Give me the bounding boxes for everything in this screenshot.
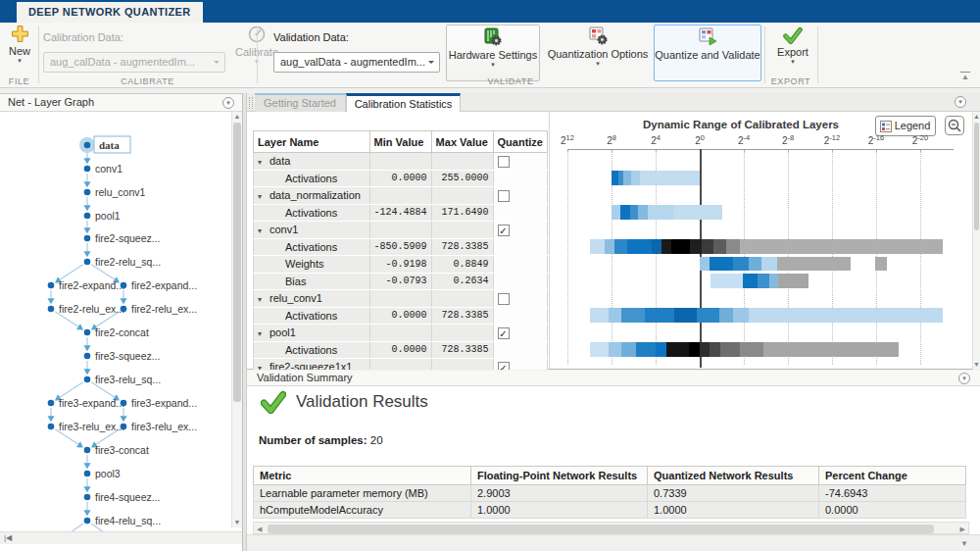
- range-bar-segment[interactable]: [875, 257, 887, 272]
- range-bar-segment[interactable]: [673, 205, 722, 220]
- range-bar-segment[interactable]: [662, 239, 671, 254]
- range-bar-segment[interactable]: [623, 171, 631, 185]
- graph-node[interactable]: [84, 494, 91, 501]
- quantize-checkbox[interactable]: ✓: [498, 225, 510, 236]
- graph-node[interactable]: [121, 282, 127, 289]
- range-bar-segment[interactable]: [621, 308, 645, 323]
- range-bar-segment[interactable]: [702, 239, 712, 254]
- graph-node[interactable]: [121, 424, 127, 430]
- range-bar-segment[interactable]: [656, 342, 666, 357]
- table-row[interactable]: hComputeModelAccuracy1.00001.00000.0000: [254, 502, 966, 519]
- panel-options-icon[interactable]: ▾: [222, 97, 234, 109]
- col-layer-name[interactable]: Layer Name: [254, 131, 370, 153]
- range-bar-segment[interactable]: [743, 274, 758, 288]
- range-bar-segment[interactable]: [630, 205, 638, 220]
- range-bar-segment[interactable]: [645, 308, 674, 323]
- table-row[interactable]: ▾data_normalization: [254, 187, 548, 205]
- range-bar-segment[interactable]: [666, 342, 689, 357]
- range-bar-segment[interactable]: [627, 239, 652, 254]
- table-row[interactable]: Activations0.0000255.0000: [254, 170, 548, 187]
- range-bar-segment[interactable]: [614, 239, 626, 254]
- range-bar-segment[interactable]: [778, 274, 809, 288]
- expander-icon[interactable]: ▾: [258, 295, 270, 304]
- table-row[interactable]: Activations-124.4884171.6490: [254, 204, 548, 222]
- range-bar-segment[interactable]: [652, 239, 662, 254]
- table-row[interactable]: ▾fire2-squeeze1x1✓: [254, 359, 548, 371]
- validation-hscrollbar[interactable]: ◀ ▶: [253, 522, 969, 534]
- graph-node[interactable]: [84, 353, 91, 360]
- new-button[interactable]: New ▾: [2, 25, 37, 76]
- range-bar-segment[interactable]: [749, 257, 762, 272]
- graph-node[interactable]: [84, 518, 91, 525]
- range-bar-segment[interactable]: [612, 205, 620, 220]
- range-bar-segment[interactable]: [631, 171, 640, 185]
- graph-node[interactable]: [84, 376, 91, 383]
- scroll-down-icon[interactable]: ▼: [960, 539, 968, 548]
- panel-options-icon[interactable]: ▾: [958, 373, 970, 384]
- col-max-value[interactable]: Max Value: [431, 131, 493, 153]
- val-col-header[interactable]: Floating-Point Network Results: [471, 467, 648, 485]
- range-bar-segment[interactable]: [674, 308, 697, 323]
- val-col-header[interactable]: Percent Change: [819, 467, 966, 485]
- quantization-options-button[interactable]: Quantization Options ▾: [546, 25, 650, 76]
- layer-graph-canvas[interactable]: dataconv1relu_conv1pool1fire2-squeez...f…: [0, 112, 231, 531]
- graph-node[interactable]: [84, 142, 91, 149]
- range-bar-segment[interactable]: [697, 308, 720, 323]
- collapse-toolstrip-button[interactable]: ▲: [960, 72, 970, 81]
- graph-node[interactable]: [84, 329, 91, 336]
- range-bar-segment[interactable]: [621, 342, 636, 357]
- range-bar-segment[interactable]: [763, 342, 898, 357]
- range-bar-segment[interactable]: [620, 205, 630, 220]
- tab-calibration-statistics[interactable]: Calibration Statistics: [346, 93, 461, 112]
- layer-graph-vscrollbar[interactable]: ▲ ▼: [231, 112, 242, 527]
- range-bar-segment[interactable]: [710, 257, 733, 272]
- tab-getting-started[interactable]: Getting Started: [255, 93, 346, 112]
- graph-node[interactable]: [121, 306, 127, 313]
- range-bar-segment[interactable]: [769, 274, 778, 288]
- col-min-value[interactable]: Min Value: [369, 131, 431, 153]
- range-bar-segment[interactable]: [590, 239, 606, 254]
- range-bar-segment[interactable]: [636, 342, 656, 357]
- range-bar-segment[interactable]: [713, 239, 727, 254]
- scroll-right-icon[interactable]: ▶: [960, 524, 965, 534]
- scroll-left-icon[interactable]: ◀: [257, 524, 262, 534]
- range-bar-segment[interactable]: [690, 239, 702, 254]
- range-bar-segment[interactable]: [710, 274, 743, 288]
- graph-node[interactable]: [48, 282, 55, 289]
- table-row[interactable]: Activations0.0000728.3385: [254, 341, 548, 359]
- quantize-checkbox[interactable]: ✓: [498, 362, 510, 370]
- range-bar-segment[interactable]: [733, 308, 749, 323]
- quantize-and-validate-button[interactable]: Quantize and Validate: [654, 25, 761, 81]
- scrollbar-thumb[interactable]: [268, 525, 934, 533]
- zoom-out-button[interactable]: [945, 116, 964, 135]
- range-bar-segment[interactable]: [740, 239, 943, 254]
- range-bar-segment[interactable]: [590, 308, 609, 323]
- expander-icon[interactable]: ▾: [258, 158, 270, 167]
- graph-node[interactable]: [84, 259, 91, 266]
- layer-graph-hscrollbar[interactable]: |◀: [0, 531, 242, 544]
- panel-options-icon[interactable]: ▾: [955, 96, 966, 108]
- graph-node[interactable]: [84, 213, 91, 220]
- calibration-data-combo[interactable]: aug_calData - augmentedIm...: [43, 52, 225, 73]
- graph-node[interactable]: [84, 447, 91, 454]
- table-row[interactable]: ▾conv1✓: [254, 222, 548, 239]
- range-bar-segment[interactable]: [710, 342, 720, 357]
- quantize-checkbox[interactable]: [498, 190, 510, 202]
- range-bar-segment[interactable]: [740, 342, 764, 357]
- expander-icon[interactable]: ▾: [258, 226, 270, 235]
- table-row[interactable]: ▾pool1✓: [254, 325, 548, 342]
- table-row[interactable]: Bias-0.07930.2634: [254, 273, 548, 290]
- graph-node[interactable]: [48, 424, 55, 430]
- range-bar-segment[interactable]: [777, 257, 851, 272]
- hardware-settings-button[interactable]: Hardware Settings ▾: [446, 25, 540, 81]
- graph-node[interactable]: [84, 166, 91, 173]
- range-bar-segment[interactable]: [671, 239, 690, 254]
- expander-icon[interactable]: ▾: [258, 329, 270, 338]
- scroll-down-icon[interactable]: ▼: [232, 518, 242, 527]
- table-row[interactable]: Weights-0.91980.8849: [254, 256, 548, 274]
- scroll-up-icon[interactable]: ▲: [973, 112, 980, 122]
- table-row[interactable]: Learnable parameter memory (MB)2.90030.7…: [254, 485, 966, 502]
- table-row[interactable]: ▾data: [254, 153, 548, 171]
- scrollbar-thumb[interactable]: [233, 123, 241, 402]
- scroll-down-icon[interactable]: ▼: [973, 360, 980, 370]
